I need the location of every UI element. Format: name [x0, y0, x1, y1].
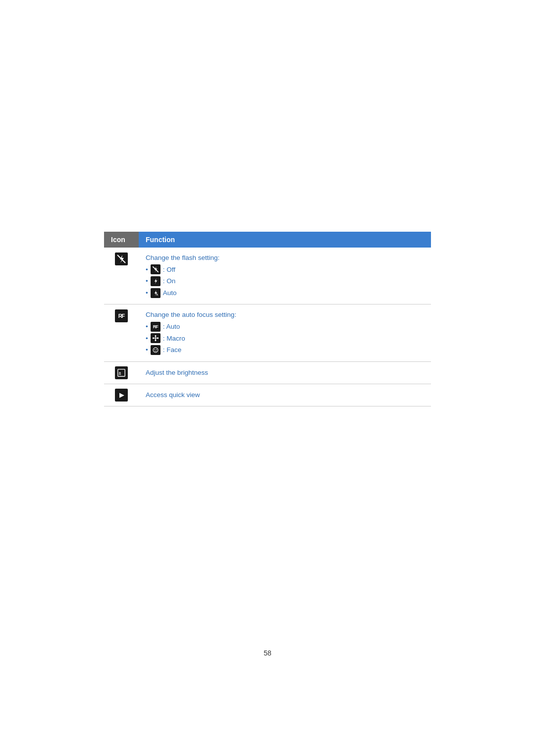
autofocus-function-cell: Change the auto focus setting: RF : Auto	[139, 304, 431, 361]
brightness-function-cell: Adjust the brightness	[139, 361, 431, 384]
autofocus-icon-cell: RF	[104, 304, 139, 361]
svg-line-1	[117, 255, 125, 263]
svg-point-10	[152, 338, 154, 339]
table-row-autofocus: RF Change the auto focus setting: RF : A…	[104, 304, 431, 361]
brightness-icon-cell: ±	[104, 361, 139, 384]
settings-table: Icon Function	[104, 232, 431, 406]
quickview-icon-cell: ▶	[104, 384, 139, 406]
table-row-flash: Change the flash setting: : Off	[104, 248, 431, 304]
table-row-quickview: ▶ Access quick view	[104, 384, 431, 406]
table-row-brightness: ± Adjust the brightness	[104, 361, 431, 384]
settings-table-wrapper: Icon Function	[104, 232, 431, 406]
header-icon-label: Icon	[111, 236, 125, 244]
flash-off-icon	[151, 264, 160, 274]
table-header-row: Icon Function	[104, 232, 431, 248]
af-macro-item: : Macro	[146, 333, 424, 344]
svg-marker-4	[155, 278, 158, 284]
af-auto-label: : Auto	[163, 321, 180, 332]
flash-title: Change the flash setting:	[146, 252, 424, 263]
af-auto-icon: RF	[151, 322, 160, 332]
svg-text:A: A	[156, 293, 158, 296]
svg-point-13	[154, 349, 155, 350]
header-function-cell: Function	[139, 232, 431, 248]
svg-point-8	[155, 335, 156, 337]
af-auto-item: RF : Auto	[146, 321, 424, 332]
page-container: Icon Function	[0, 0, 535, 756]
quickview-function-cell: Access quick view	[139, 384, 431, 406]
flash-options-list: : Off : On	[146, 264, 424, 299]
svg-point-7	[155, 338, 157, 340]
flash-on-label: : On	[163, 276, 176, 287]
flash-on-item: : On	[146, 276, 424, 287]
header-function-label: Function	[146, 236, 175, 244]
svg-point-14	[156, 349, 157, 350]
header-icon-cell: Icon	[104, 232, 139, 248]
brightness-label: Adjust the brightness	[146, 369, 208, 376]
af-face-label: : Face	[163, 345, 182, 355]
flash-auto-icon: A	[151, 288, 160, 298]
flash-off-item: : Off	[146, 264, 424, 275]
quickview-label: Access quick view	[146, 391, 200, 399]
svg-point-12	[153, 348, 158, 353]
flash-function-cell: Change the flash setting: : Off	[139, 248, 431, 304]
brightness-icon: ±	[115, 366, 128, 379]
flash-auto-item: A Auto	[146, 288, 424, 299]
autofocus-options-list: RF : Auto	[146, 321, 424, 355]
flash-auto-label: Auto	[163, 288, 177, 299]
svg-line-3	[153, 267, 158, 272]
svg-point-9	[155, 339, 156, 341]
flash-icon	[115, 252, 128, 265]
autofocus-icon: RF	[115, 309, 128, 322]
flash-off-label: : Off	[163, 264, 175, 275]
af-face-icon	[151, 345, 160, 355]
flash-icon-cell	[104, 248, 139, 304]
flash-on-icon	[151, 276, 160, 286]
af-face-item: : Face	[146, 345, 424, 355]
af-macro-label: : Macro	[163, 333, 185, 344]
autofocus-title: Change the auto focus setting:	[146, 309, 424, 320]
svg-text:±: ±	[119, 370, 121, 375]
quickview-icon: ▶	[115, 389, 128, 402]
af-macro-icon	[151, 333, 160, 343]
svg-point-11	[157, 338, 159, 339]
page-number: 58	[264, 649, 271, 657]
page-number-text: 58	[264, 649, 271, 657]
